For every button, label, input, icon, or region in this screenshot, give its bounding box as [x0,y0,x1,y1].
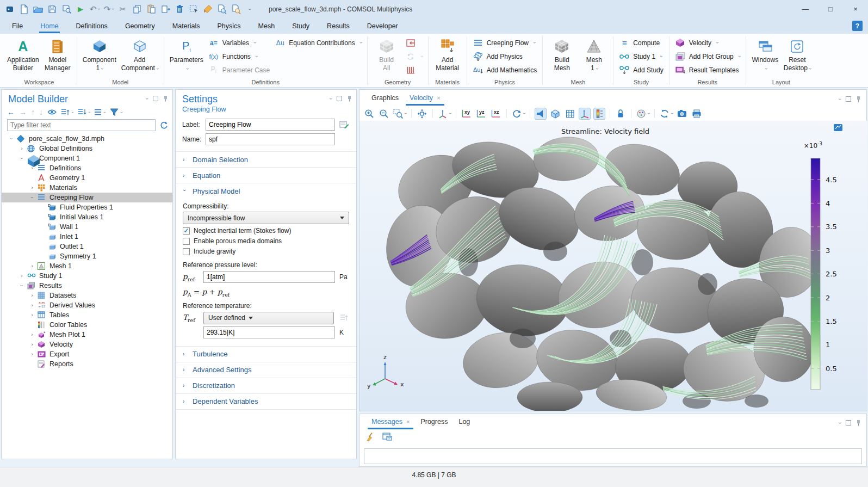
float-panel-icon[interactable] [846,420,851,426]
minimize-button[interactable]: — [793,0,818,18]
functions-button[interactable]: f(x)Functions› [206,50,272,63]
tref-dropdown[interactable]: User defined [203,312,334,324]
compressibility-dropdown[interactable]: Incompressible flow [183,212,349,224]
chevron-right-icon[interactable]: › [29,303,35,308]
checkbox-checked[interactable]: ✓ [183,227,190,235]
checkbox-unchecked[interactable] [183,238,190,245]
color-legend-icon[interactable] [593,108,605,120]
geom-import-button[interactable] [403,36,425,50]
tree-item-materials[interactable]: ›Materials [2,183,172,193]
label-input[interactable] [206,119,335,131]
menu-tab-mesh[interactable]: Mesh [257,20,276,32]
tree-item-geometry-1[interactable]: Geometry 1 [2,173,172,183]
open-icon[interactable] [32,3,45,16]
environment-icon[interactable] [549,108,561,120]
tree-item-global-definitions[interactable]: ›Global Definitions [2,144,172,153]
build-mesh-button[interactable]: BuildMesh [546,35,578,73]
chevron-right-icon[interactable]: › [18,146,25,151]
creeping-flow-button[interactable]: Creeping Flow› [470,36,540,50]
model-manager-button[interactable]: ModelManager [42,35,73,73]
tree-item-pore-scale-flow-3d-mph[interactable]: ›pore_scale_flow_3d.mph [2,134,172,144]
chevron-right-icon[interactable]: › [29,342,35,347]
pin-icon[interactable] [163,95,168,102]
add-mathematics-button[interactable]: ΔuAdd Mathematics [470,63,540,77]
variables-button[interactable]: a=Variables› [206,36,272,50]
section-physical-model[interactable]: › Physical Model [176,183,356,199]
chevron-down-icon[interactable]: › [328,97,334,99]
doc-zoom-icon[interactable] [230,3,243,16]
view-yz-icon[interactable]: yz [475,108,487,120]
open-message-window-icon[interactable] [382,432,392,441]
clear-messages-icon[interactable] [366,432,376,441]
duplicate-icon[interactable] [159,3,172,16]
close-button[interactable]: × [843,0,868,18]
chevron-down-icon[interactable]: › [19,282,24,289]
geom-fence-button[interactable] [403,63,425,77]
tree-item-symmetry-1[interactable]: Symmetry 1 [2,251,172,261]
pin-icon[interactable] [856,96,861,102]
tab-velocity[interactable]: Velocity × [404,91,446,106]
section-turbulence[interactable]: › Turbulence [176,346,356,362]
geom-sync-button[interactable]: › [403,50,425,63]
close-icon[interactable]: × [437,95,440,101]
tab-log[interactable]: Log [453,415,475,429]
study-1-button[interactable]: Study 1› [617,50,665,63]
tree-item-study-1[interactable]: ›Study 1 [2,271,172,281]
nav-back-icon[interactable]: ← [7,108,15,116]
add-component-button[interactable]: AddComponent› [119,35,160,73]
menu-tab-developer[interactable]: Developer [366,20,399,32]
tree-item-datasets[interactable]: ›Datasets [2,291,172,300]
snapshot-icon[interactable] [676,108,688,120]
update-plot-icon[interactable]: › [659,108,673,120]
tree-item-export[interactable]: ›Export [2,349,172,359]
menu-tab-geometry[interactable]: Geometry [124,20,156,32]
temperature-list-icon[interactable] [338,312,349,323]
chevron-right-icon[interactable]: › [29,352,35,357]
nav-up-icon[interactable]: ↑ [31,108,35,116]
tree-item-creeping-flow[interactable]: ›Creeping Flow [2,193,172,202]
chevron-down-icon[interactable]: › [29,194,35,201]
tree-item-component-1[interactable]: ›Component 1 [2,153,172,163]
chevron-down-icon[interactable]: › [9,135,14,142]
velocity-button[interactable]: Velocity› [673,36,742,50]
tree-item-inlet-1[interactable]: Inlet 1 [2,232,172,242]
expand-all-icon[interactable] [78,108,86,116]
chevron-right-icon[interactable]: › [29,312,35,318]
plot-window-icon[interactable] [834,124,842,131]
print-icon[interactable] [691,108,703,120]
windows-button[interactable]: Windows› [749,35,781,73]
section-advanced-settings[interactable]: › Advanced Settings [176,362,356,378]
tree-item-mesh-plot-1[interactable]: ›*Mesh Plot 1 [2,330,172,340]
brush-icon[interactable] [201,3,214,16]
save-search-icon[interactable] [60,3,73,16]
collapse-all-icon[interactable] [61,108,70,116]
message-log-field[interactable] [364,448,862,464]
help-button[interactable]: ? [852,21,863,31]
mesh-1-button[interactable]: Mesh1› [578,35,610,73]
compute-button[interactable]: =Compute [617,36,665,50]
save-icon[interactable] [46,3,59,16]
checkbox-unchecked[interactable] [183,248,190,255]
tree-item-velocity[interactable]: ›Velocity [2,340,172,349]
chevron-down-icon[interactable]: › [19,155,24,162]
doc-search-icon[interactable] [215,3,228,16]
axis-triad-btn-icon[interactable] [579,108,591,120]
customize-icon[interactable]: › [244,3,257,16]
tab-progress[interactable]: Progress [415,415,453,429]
rename-icon[interactable] [339,119,350,130]
float-panel-icon[interactable] [153,96,158,101]
section-domain-selection[interactable]: › Domain Selection [176,151,356,167]
chevron-right-icon[interactable]: › [29,332,35,337]
section-equation[interactable]: › Equation [176,167,356,183]
float-panel-icon[interactable] [846,96,851,102]
tree-item-outlet-1[interactable]: Outlet 1 [2,242,172,251]
tree-item-results[interactable]: ›Results [2,281,172,291]
view-xy-icon[interactable]: xy [461,108,473,120]
tree-item-mesh-1[interactable]: ›Mesh 1 [2,261,172,271]
scene-light-icon[interactable] [535,108,547,120]
nav-down-icon[interactable]: ↓ [39,108,43,116]
filter-funnel-icon[interactable] [110,108,119,116]
tree-item-definitions[interactable]: ›Definitions [2,163,172,173]
chevron-right-icon[interactable]: › [29,293,35,298]
pref-input[interactable] [203,271,335,283]
